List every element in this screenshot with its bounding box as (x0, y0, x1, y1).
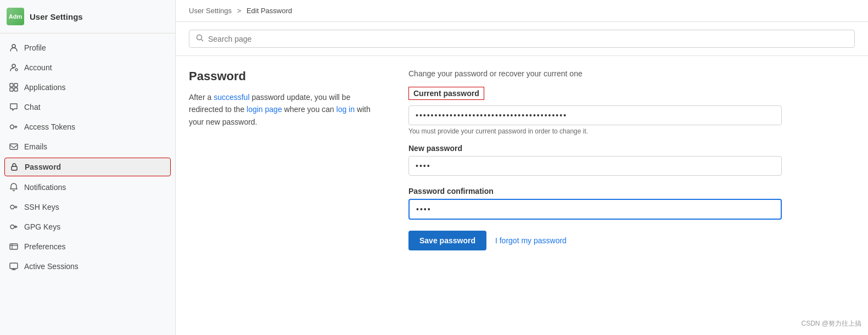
sidebar-item-applications[interactable]: Applications (0, 77, 175, 97)
svg-rect-9 (12, 166, 17, 170)
section-title: Password (189, 69, 387, 83)
ssh-keys-icon (9, 202, 19, 212)
sidebar-item-chat-label: Chat (24, 103, 41, 111)
content-area: Password After a successful password upd… (176, 56, 868, 335)
current-password-group: Current password You must provide your c… (408, 87, 782, 135)
password-confirmation-label: Password confirmation (408, 187, 782, 196)
breadcrumb: User Settings > Edit Password (176, 0, 868, 22)
sidebar-item-emails-label: Emails (24, 142, 47, 151)
search-bar-wrap (176, 22, 868, 56)
sidebar-item-gpg-keys-label: GPG Keys (24, 222, 60, 231)
sidebar-item-preferences[interactable]: Preferences (0, 237, 175, 256)
gpg-keys-icon (9, 222, 19, 232)
emails-icon (9, 142, 19, 152)
avatar: Adm (7, 8, 24, 25)
svg-rect-6 (14, 88, 18, 91)
svg-rect-5 (10, 88, 13, 91)
new-password-label: New password (408, 144, 782, 153)
sidebar-item-ssh-keys-label: SSH Keys (24, 203, 59, 211)
breadcrumb-separator: > (237, 7, 242, 15)
watermark: CSDN @努力往上搞 (801, 319, 861, 328)
sidebar-item-active-sessions[interactable]: Active Sessions (0, 256, 175, 276)
password-confirmation-input[interactable] (408, 199, 782, 220)
new-password-input[interactable] (408, 156, 782, 176)
form-subtitle: Change your password or recover your cur… (408, 69, 782, 78)
sidebar-item-access-tokens-label: Access Tokens (24, 122, 75, 131)
sidebar-header: Adm User Settings (0, 0, 175, 34)
current-password-hint: You must provide your current password i… (408, 127, 782, 135)
svg-rect-12 (10, 244, 18, 249)
search-input[interactable] (208, 35, 848, 43)
sidebar-item-notifications[interactable]: Notifications (0, 177, 175, 197)
profile-icon (9, 43, 19, 53)
sidebar-item-password-label: Password (25, 163, 61, 171)
section-description: After a successful password update, you … (189, 91, 387, 128)
password-confirmation-group: Password confirmation (408, 187, 782, 222)
svg-rect-15 (10, 263, 18, 269)
sidebar-item-profile[interactable]: Profile (0, 38, 175, 58)
left-description: Password After a successful password upd… (189, 69, 387, 322)
breadcrumb-parent[interactable]: User Settings (189, 7, 232, 15)
current-password-input[interactable] (408, 105, 782, 125)
sidebar-item-password[interactable]: Password (4, 158, 171, 176)
sidebar-item-account-label: Account (24, 63, 52, 72)
save-password-button[interactable]: Save password (408, 231, 486, 250)
preferences-icon (9, 242, 19, 252)
active-sessions-icon (9, 261, 19, 271)
svg-rect-3 (10, 83, 13, 87)
password-icon (9, 162, 19, 172)
sidebar-item-preferences-label: Preferences (24, 242, 65, 251)
sidebar-item-access-tokens[interactable]: Access Tokens (0, 117, 175, 137)
new-password-group: New password (408, 144, 782, 178)
applications-icon (9, 82, 19, 92)
search-bar (189, 30, 855, 48)
sidebar-item-emails[interactable]: Emails (0, 137, 175, 157)
svg-point-0 (12, 44, 15, 48)
breadcrumb-current: Edit Password (247, 7, 292, 15)
svg-point-16 (197, 35, 202, 40)
svg-rect-4 (14, 83, 18, 87)
notifications-icon (9, 182, 19, 192)
sidebar-item-profile-label: Profile (24, 43, 46, 52)
sidebar-item-applications-label: Applications (24, 83, 66, 92)
sidebar-item-notifications-label: Notifications (24, 183, 66, 192)
main-content: User Settings > Edit Password Password A… (176, 0, 868, 335)
sidebar-item-ssh-keys[interactable]: SSH Keys (0, 197, 175, 217)
svg-point-2 (15, 69, 18, 71)
sidebar-item-active-sessions-label: Active Sessions (24, 262, 79, 271)
sidebar: Adm User Settings Profile Account Applic… (0, 0, 176, 335)
avatar-image: Adm (7, 8, 24, 25)
svg-point-1 (12, 64, 15, 68)
sidebar-item-account[interactable]: Account (0, 58, 175, 77)
current-password-label: Current password (408, 87, 484, 100)
sidebar-nav: Profile Account Applications Chat (0, 34, 175, 335)
svg-rect-8 (10, 144, 18, 149)
account-icon (9, 63, 19, 72)
right-form: Change your password or recover your cur… (408, 69, 782, 322)
sidebar-item-chat[interactable]: Chat (0, 97, 175, 117)
sidebar-item-gpg-keys[interactable]: GPG Keys (0, 217, 175, 237)
chat-icon (9, 102, 19, 112)
sidebar-title: User Settings (30, 12, 83, 21)
forgot-password-link[interactable]: I forgot my password (495, 236, 567, 245)
search-icon (196, 34, 204, 43)
button-row: Save password I forgot my password (408, 231, 782, 250)
access-tokens-icon (9, 122, 19, 132)
